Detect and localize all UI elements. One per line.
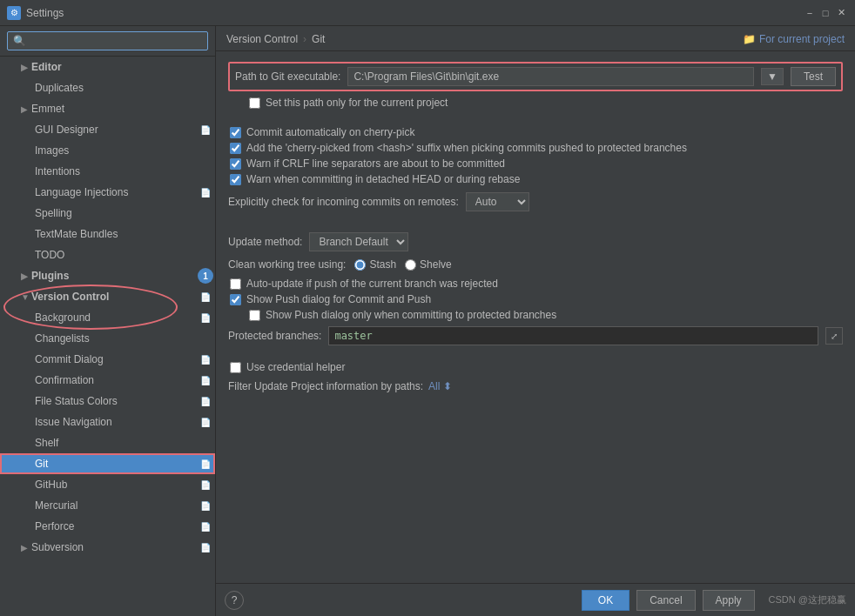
incoming-label: Explicitly check for incoming commits on…: [228, 196, 459, 208]
page-icon: 📄: [198, 456, 213, 472]
detached-warn-label: Warn when committing in detached HEAD or…: [246, 173, 520, 185]
crlf-warn-checkbox[interactable]: [230, 158, 241, 170]
sidebar-item-language-injections[interactable]: Language Injections 📄: [0, 182, 215, 203]
bottom-right-buttons: OK Cancel Apply CSDN @这把稳赢: [582, 590, 846, 611]
stash-label: Stash: [369, 258, 396, 271]
plugins-badge: 1: [198, 268, 213, 284]
sidebar-item-confirmation[interactable]: Confirmation 📄: [0, 370, 215, 391]
sidebar-item-label: Emmet: [31, 103, 215, 115]
shelve-label: Shelve: [420, 258, 452, 271]
close-button[interactable]: ✕: [834, 6, 848, 20]
sidebar-item-label: Images: [35, 144, 215, 157]
test-button[interactable]: Test: [791, 67, 836, 86]
protected-label: Protected branches:: [228, 330, 321, 342]
sidebar-item-label: File Status Colors: [35, 395, 198, 407]
sidebar-item-duplicates[interactable]: Duplicates: [0, 77, 215, 98]
page-icon: 📄: [198, 393, 213, 409]
sidebar-item-spelling[interactable]: Spelling: [0, 203, 215, 224]
page-icon: 📄: [198, 310, 213, 325]
search-input[interactable]: [7, 31, 208, 50]
git-path-row: Path to Git executable: ▼ Test: [228, 62, 843, 91]
apply-button[interactable]: Apply: [703, 590, 755, 611]
divider2: [228, 218, 843, 225]
project-link-label: For current project: [759, 33, 845, 45]
filter-link[interactable]: All ⬍: [428, 380, 452, 392]
page-icon: 📄: [198, 122, 213, 137]
show-push-only-row: Show Push dialog only when committing to…: [228, 309, 843, 321]
sidebar-item-intentions[interactable]: Intentions: [0, 161, 215, 182]
checkbox-cherry-pick: Commit automatically on cherry-pick: [228, 126, 843, 138]
breadcrumb-sep: ›: [303, 33, 306, 45]
sidebar-item-version-control[interactable]: ▼ Version Control 📄: [0, 286, 215, 307]
protected-input[interactable]: [328, 326, 818, 345]
sidebar-item-shelf[interactable]: Shelf: [0, 432, 215, 453]
plugins-arrow: ▶: [21, 271, 31, 281]
checkbox-detached-warn: Warn when committing in detached HEAD or…: [228, 173, 843, 185]
credential-label: Use credential helper: [246, 361, 345, 373]
protected-expand-button[interactable]: ⤢: [825, 327, 843, 345]
app-icon: ⚙: [7, 6, 21, 20]
update-select[interactable]: Branch Default Merge Rebase: [309, 232, 408, 251]
page-icon: 📄: [198, 184, 213, 200]
sidebar-item-label: Perforce: [35, 520, 198, 532]
auto-update-row: Auto-update if push of the current branc…: [228, 278, 843, 290]
sidebar-item-commit-dialog[interactable]: Commit Dialog 📄: [0, 349, 215, 370]
cherry-pick-checkbox[interactable]: [230, 127, 241, 138]
filter-row: Filter Update Project information by pat…: [228, 380, 843, 392]
settings-content: Path to Git executable: ▼ Test Set this …: [216, 51, 855, 583]
divider: [228, 116, 843, 123]
auto-update-checkbox[interactable]: [230, 278, 241, 290]
sidebar-item-label: Version Control: [31, 291, 198, 303]
show-push-label: Show Push dialog for Commit and Push: [246, 293, 431, 305]
sidebar-item-git[interactable]: Git 📄: [0, 453, 215, 474]
sidebar-item-label: TODO: [35, 249, 215, 261]
shelve-radio[interactable]: [405, 259, 416, 271]
cherry-pick-label: Commit automatically on cherry-pick: [246, 126, 414, 138]
sidebar-item-textmate-bundles[interactable]: TextMate Bundles: [0, 224, 215, 244]
stash-radio[interactable]: [354, 259, 366, 271]
sidebar-item-mercurial[interactable]: Mercurial 📄: [0, 495, 215, 516]
subversion-arrow: ▶: [21, 543, 31, 552]
sidebar-item-issue-navigation[interactable]: Issue Navigation 📄: [0, 412, 215, 432]
incoming-commits-row: Explicitly check for incoming commits on…: [228, 192, 843, 211]
path-dropdown-button[interactable]: ▼: [761, 68, 784, 85]
project-link[interactable]: 📁 For current project: [743, 33, 845, 45]
sidebar-item-label: Editor: [31, 61, 215, 73]
credential-checkbox[interactable]: [230, 362, 241, 373]
sidebar-item-label: GUI Designer: [35, 124, 198, 136]
show-push-only-checkbox[interactable]: [249, 310, 260, 321]
git-path-input[interactable]: [347, 67, 754, 86]
sidebar-item-label: Confirmation: [35, 374, 198, 386]
sidebar-item-images[interactable]: Images: [0, 140, 215, 161]
show-push-checkbox[interactable]: [230, 294, 241, 305]
maximize-button[interactable]: □: [818, 6, 832, 20]
minimize-button[interactable]: −: [803, 6, 817, 20]
set-path-checkbox[interactable]: [249, 97, 260, 109]
incoming-select[interactable]: Auto Always Never: [466, 192, 529, 211]
sidebar-item-emmet[interactable]: ▶ Emmet: [0, 98, 215, 119]
sidebar-item-plugins[interactable]: ▶ Plugins 1: [0, 265, 215, 286]
sidebar-item-background[interactable]: Background 📄: [0, 307, 215, 328]
page-icon: 📄: [198, 498, 213, 513]
update-label: Update method:: [228, 236, 302, 248]
sidebar: ▶ Editor Duplicates ▶ Emmet GUI Designer…: [0, 26, 216, 616]
detached-warn-checkbox[interactable]: [230, 174, 241, 185]
sidebar-item-label: Subversion: [31, 541, 198, 553]
search-box: [0, 26, 215, 57]
protected-branches-row: Protected branches: ⤢: [228, 326, 843, 345]
divider3: [228, 351, 843, 358]
sidebar-item-github[interactable]: GitHub 📄: [0, 474, 215, 495]
auto-update-label: Auto-update if push of the current branc…: [246, 278, 498, 290]
sidebar-item-todo[interactable]: TODO: [0, 244, 215, 265]
cherry-picked-suffix-checkbox[interactable]: [230, 143, 241, 154]
sidebar-item-file-status-colors[interactable]: File Status Colors 📄: [0, 391, 215, 412]
sidebar-item-label: Intentions: [35, 165, 215, 177]
sidebar-item-subversion[interactable]: ▶ Subversion 📄: [0, 537, 215, 558]
help-button[interactable]: ?: [225, 591, 244, 610]
sidebar-item-changelists[interactable]: Changelists: [0, 328, 215, 349]
sidebar-item-perforce[interactable]: Perforce 📄: [0, 516, 215, 537]
sidebar-item-editor[interactable]: ▶ Editor: [0, 57, 215, 77]
ok-button[interactable]: OK: [582, 590, 629, 611]
cancel-button[interactable]: Cancel: [636, 590, 695, 611]
sidebar-item-gui-designer[interactable]: GUI Designer 📄: [0, 119, 215, 140]
